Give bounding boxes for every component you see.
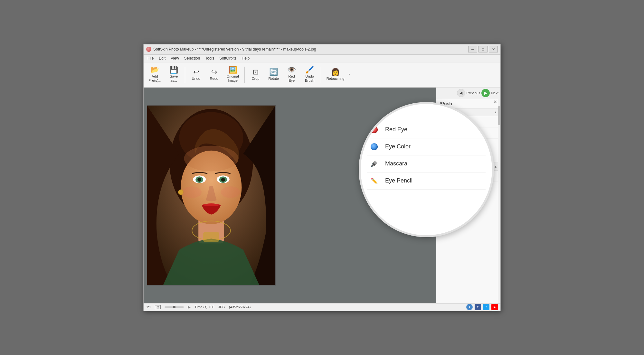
crop-label: Crop [252,77,260,80]
svg-point-6 [184,145,238,171]
panel-scrollbar[interactable] [498,99,500,303]
magnify-red-eye-icon [369,125,379,135]
previous-label: Previous [467,91,480,95]
red-eye-label: RedEye [289,74,295,83]
rotate-icon: 🔄 [269,69,278,76]
status-icons: i f t ▶ [466,304,498,310]
title-bar-left: SoftSkin Photo Makeup - ****Unregistered… [146,47,316,52]
file-format: JPG [218,305,225,309]
minimize-button[interactable]: ─ [468,46,477,52]
undo-brush-label: UndoBrush [305,74,314,83]
next-button[interactable]: ▶ [481,89,490,97]
toolbar: 📂 AddFile(s)... 💾 Saveas... ↩ Undo ↪ Red… [144,62,500,88]
mouth-section-arrow: ▲ [494,165,497,168]
rotate-label: Rotate [268,77,279,80]
menu-view[interactable]: View [168,55,182,61]
add-files-label: AddFile(s)... [148,74,161,83]
twitter-icon-button[interactable]: t [483,304,489,310]
youtube-icon-button[interactable]: ▶ [491,304,498,310]
zoom-level: 1:1 [146,305,151,309]
maximize-button[interactable]: □ [478,46,488,52]
menu-bar: File Edit View Selection Tools SoftOrbit… [144,55,500,62]
undo-button[interactable]: ↩ Undo [188,64,204,85]
original-image-button[interactable]: 🖼️ OriginalImage [224,64,242,85]
magnify-mascara-label: Mascara [385,160,407,167]
magnify-section-title: Eyes [367,109,436,117]
status-zoom: 1:1 [146,305,151,309]
title-bar-controls: ─ □ ✕ [468,46,498,52]
dimensions: (435x650x24) [229,305,251,309]
pencil-icon: ✏️ [371,177,378,184]
magnify-overlay: ▲ Eyes Red Eye Eye Color [359,102,436,237]
menu-help[interactable]: Help [239,55,252,61]
window-title: SoftSkin Photo Makeup - ****Unregistered… [153,47,316,51]
close-panel-button[interactable]: ✕ [492,99,498,105]
red-eye-icon: 👁️ [287,66,296,73]
magnify-item-eye-pencil[interactable]: ✏️ Eye Pencil [367,173,436,190]
retouching-button[interactable]: 👩 Retouching [324,64,347,85]
main-window: SoftSkin Photo Makeup - ****Unregistered… [143,44,501,311]
svg-rect-15 [203,232,219,242]
redo-icon: ↪ [211,69,217,76]
menu-selection[interactable]: Selection [182,55,203,61]
magnify-item-red-eye[interactable]: Red Eye [367,121,436,138]
crop-button[interactable]: ⊡ Crop [247,64,264,85]
menu-tools[interactable]: Tools [203,55,217,61]
magnify-eye-pencil-label: Eye Pencil [385,177,412,184]
magnify-eye-pencil-icon: ✏️ [369,176,379,186]
mascara-icon: 🪮 [371,160,378,167]
magnify-mascara-icon: 🪮 [369,159,379,169]
redo-button[interactable]: ↪ Redo [206,64,223,85]
fit-view-button[interactable]: ⊡ [155,305,161,309]
zoom-track[interactable] [165,306,184,308]
red-eye-button[interactable]: 👁️ RedEye [283,64,300,85]
save-as-label: Saveas... [170,74,178,83]
red-dot-icon [371,126,378,133]
menu-file[interactable]: File [145,55,156,61]
main-content: ▲ Eyes Red Eye Eye Color [144,88,500,303]
panel-scrollbar-thumb[interactable] [498,106,500,125]
toolbar-separator-1 [185,67,185,83]
close-button[interactable]: ✕ [489,46,498,52]
photo-area: ▲ Eyes Red Eye Eye Color [144,88,436,303]
retouching-icon: 👩 [331,69,340,76]
magnify-content: ▲ Eyes Red Eye Eye Color [361,104,436,235]
menu-softorbits[interactable]: SoftOrbits [217,55,239,61]
undo-brush-button[interactable]: 🖌️ UndoBrush [301,64,318,85]
magnify-red-eye-label: Red Eye [385,126,407,133]
original-image-label: OriginalImage [227,74,239,83]
save-as-icon: 💾 [169,66,178,73]
add-files-button[interactable]: 📂 AddFile(s)... [146,64,164,85]
panel-nav: ◀ Previous ▶ Next [436,88,500,99]
view-mode-icon: ⊡ [155,305,161,309]
next-label: Next [491,91,498,95]
photo-image [147,106,275,285]
magnify-eye-color-label: Eye Color [385,143,411,150]
previous-button[interactable]: ◀ [457,89,465,97]
time-label: Time (s): 0.0 [194,305,214,309]
zoom-thumb[interactable] [173,306,175,308]
app-icon [146,47,151,52]
title-bar: SoftSkin Photo Makeup - ****Unregistered… [144,44,500,55]
photo-container [147,105,276,285]
zoom-arrow-right[interactable]: ▶ [188,305,191,309]
save-as-button[interactable]: 💾 Saveas... [166,64,182,85]
retouching-dropdown-arrow[interactable]: ▾ [348,73,350,76]
undo-brush-icon: 🖌️ [305,66,314,73]
svg-point-17 [221,186,240,198]
svg-point-12 [221,178,225,182]
undo-icon: ↩ [193,69,199,76]
menu-edit[interactable]: Edit [156,55,168,61]
status-bar: 1:1 ⊡ ▶ Time (s): 0.0 JPG (435x650x24) i… [144,303,500,311]
undo-label: Undo [192,77,200,80]
magnify-item-mascara[interactable]: 🪮 Mascara [367,155,436,173]
info-icon-button[interactable]: i [466,304,473,310]
facebook-icon-button[interactable]: f [475,304,481,310]
retouching-label: Retouching [327,77,345,80]
rotate-button[interactable]: 🔄 Rotate [265,64,282,85]
magnify-item-eye-color[interactable]: Eye Color [367,138,436,155]
blue-dot-icon [371,143,378,150]
toolbar-separator-3 [321,67,321,83]
svg-point-16 [182,186,202,198]
add-files-icon: 📂 [150,66,159,73]
